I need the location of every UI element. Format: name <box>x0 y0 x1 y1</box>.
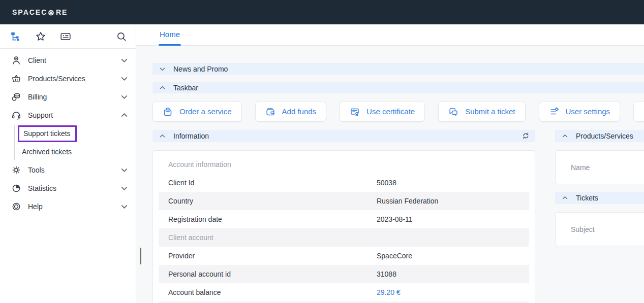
row-label: Client account <box>168 233 213 242</box>
spacecore-logo[interactable]: SPACEC⊗RE <box>12 8 68 17</box>
sidebar-item-label: Products/Services <box>28 75 121 83</box>
tree-view-icon[interactable] <box>10 31 21 42</box>
chevron-down-icon <box>121 94 128 100</box>
button-label: Order a service <box>179 107 232 116</box>
sidebar-item-products[interactable]: Products/Services <box>0 70 136 88</box>
sidebar-item-tools[interactable]: Tools <box>0 161 136 179</box>
id-card-icon[interactable] <box>60 31 71 42</box>
refresh-icon[interactable] <box>522 131 530 140</box>
chevron-up-icon <box>160 85 165 90</box>
sidebar-item-label: Help <box>28 203 121 211</box>
button-label: Add funds <box>282 107 317 116</box>
sidebar-item-support-tickets[interactable]: Support tickets <box>0 124 136 143</box>
logo-text-suffix: RE <box>56 8 68 16</box>
sidebar: Client Products/Services Billing <box>0 24 136 303</box>
headset-icon <box>11 110 21 120</box>
section-header-information[interactable]: Information <box>152 130 535 142</box>
row-label: Client Id <box>168 179 194 187</box>
support-tickets-highlight-box[interactable]: Support tickets <box>18 125 77 142</box>
row-value: SpaceCore <box>377 252 412 260</box>
table-row: Registration date 2023-08-11 <box>159 210 529 228</box>
vertical-scrollbar-thumb[interactable] <box>140 248 141 264</box>
chevron-up-icon <box>121 112 128 118</box>
main-area: Home News and Promo Taskbar Order a <box>136 24 644 303</box>
row-label: Account balance <box>168 288 221 296</box>
table-section-row: Client account <box>159 228 529 247</box>
search-icon[interactable] <box>116 31 127 42</box>
row-value: Russian Federation <box>377 197 438 205</box>
use-certificate-button[interactable]: Use certificate <box>340 101 425 122</box>
certificate-icon <box>350 107 360 117</box>
settings-list-icon <box>549 107 559 117</box>
table-row: Country Russian Federation <box>159 192 529 210</box>
chevron-down-icon <box>121 167 128 173</box>
tickets-column-header: Subject <box>571 225 595 233</box>
row-label: Provider <box>168 252 195 260</box>
sidebar-item-support[interactable]: Support <box>0 106 136 124</box>
tab-bar: Home <box>136 24 644 46</box>
help-button[interactable]: Help <box>633 101 644 122</box>
sidebar-item-label: Statistics <box>28 184 121 192</box>
row-value: 50038 <box>377 179 396 187</box>
logo-text-prefix: SPACEC <box>12 8 47 16</box>
sidebar-item-label: Support <box>28 111 121 119</box>
products-column-header: Name <box>571 163 590 172</box>
sidebar-item-statistics[interactable]: Statistics <box>0 179 136 197</box>
sidebar-item-client[interactable]: Client <box>0 51 136 70</box>
section-title: News and Promo <box>173 65 228 73</box>
tab-home[interactable]: Home <box>159 24 181 46</box>
button-label: Submit a ticket <box>465 107 515 116</box>
section-header-products[interactable]: Products/Services <box>555 130 644 142</box>
submenu-item-label: Archived tickets <box>22 148 72 156</box>
content-area: News and Promo Taskbar Order a service <box>136 46 644 303</box>
basket-icon <box>11 74 21 84</box>
taskbar-buttons-row: Order a service Add funds Use certificat… <box>152 101 644 122</box>
logo-knot-icon: ⊗ <box>48 8 55 17</box>
row-value: 31088 <box>377 270 396 278</box>
wallet-icon <box>265 107 275 117</box>
coins-icon <box>11 92 21 102</box>
sidebar-item-label: Billing <box>28 93 121 101</box>
gear-icon <box>11 165 21 175</box>
submit-ticket-button[interactable]: Submit a ticket <box>438 101 525 122</box>
pie-chart-icon <box>11 183 21 193</box>
chevron-down-icon <box>121 204 128 210</box>
table-row: Client Id 50038 <box>159 174 529 192</box>
section-header-news[interactable]: News and Promo <box>152 63 644 75</box>
section-header-tickets[interactable]: Tickets <box>555 192 644 204</box>
row-label: Registration date <box>168 215 222 223</box>
add-funds-button[interactable]: Add funds <box>255 101 327 122</box>
app-window: SPACEC⊗RE Client <box>0 0 644 303</box>
row-label: Personal account id <box>168 270 231 278</box>
table-row: Provider SpaceCore <box>159 247 529 265</box>
button-label: Use certificate <box>366 107 415 116</box>
account-balance-value[interactable]: 29.20 € <box>377 288 401 296</box>
user-settings-button[interactable]: User settings <box>539 101 621 122</box>
lifebuoy-icon <box>11 201 21 212</box>
section-title: Tickets <box>576 194 598 202</box>
sidebar-item-archived-tickets[interactable]: Archived tickets <box>0 143 136 161</box>
section-title: Information <box>173 132 209 140</box>
button-label: User settings <box>566 107 610 116</box>
order-service-button[interactable]: Order a service <box>152 101 242 122</box>
row-value: 2023-08-11 <box>377 215 413 223</box>
section-header-taskbar[interactable]: Taskbar <box>152 82 644 93</box>
sidebar-item-billing[interactable]: Billing <box>0 88 136 106</box>
client-person-icon <box>11 55 21 65</box>
chevron-down-icon <box>121 185 128 191</box>
favorites-star-icon[interactable] <box>35 31 46 42</box>
section-title: Products/Services <box>576 132 633 140</box>
sidebar-item-label: Client <box>28 56 121 64</box>
chevron-up-icon <box>562 195 568 200</box>
chevron-down-icon <box>160 66 165 72</box>
chevron-down-icon <box>121 76 128 82</box>
top-navbar: SPACEC⊗RE <box>0 0 644 24</box>
products-table-card: Name <box>555 150 644 184</box>
sidebar-item-help[interactable]: Help <box>0 197 136 216</box>
sidebar-toolbar <box>0 24 136 49</box>
tickets-table-card: Subject <box>555 212 644 246</box>
chevron-up-icon <box>160 133 165 139</box>
row-label: Account information <box>168 160 231 169</box>
row-label: Country <box>168 197 193 205</box>
chevron-up-icon <box>562 133 568 139</box>
